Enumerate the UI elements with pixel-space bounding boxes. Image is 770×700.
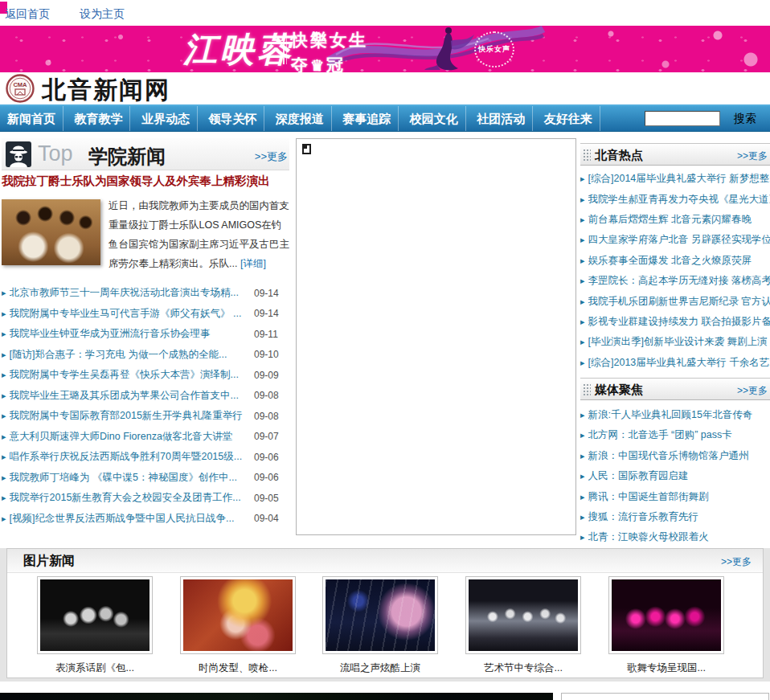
news-link[interactable]: 北京市教师节三十一周年庆祝活动北音演出专场精...: [10, 286, 248, 300]
news-link[interactable]: 李罡院长：高起本学历无缝对接 落榜高考: [588, 274, 770, 288]
bullet-arrow-icon: ▸: [580, 174, 585, 184]
news-link[interactable]: 北方网：北音选手 “团购” pass卡: [588, 428, 770, 442]
news-link[interactable]: 人民：国际教育园启建: [588, 469, 770, 483]
news-link[interactable]: 我院附属中专国际教育部2015新生开学典礼隆重举行: [10, 409, 248, 423]
dots-pattern-icon: [583, 149, 591, 161]
bottom-banner-image[interactable]: [0, 693, 553, 700]
photo-thumbnail[interactable]: [37, 576, 153, 654]
news-link[interactable]: 唱作系举行庆祝反法西斯战争胜利70周年暨2015级...: [10, 450, 248, 464]
news-link[interactable]: 新浪:千人毕业典礼回顾15年北音传奇: [588, 408, 770, 422]
bullet-arrow-icon: ▸: [2, 432, 6, 442]
list-item: ▸新浪：中国现代音乐博物馆落户通州: [580, 446, 770, 466]
set-homepage-link[interactable]: 设为主页: [80, 7, 125, 22]
search-input[interactable]: [645, 111, 720, 126]
site-title: 北音新闻网: [42, 74, 170, 107]
news-link[interactable]: 影视专业群建设持续发力 联合拍摄影片备受期待: [588, 315, 770, 329]
news-link[interactable]: 我院毕业生钟亚华成为亚洲流行音乐协会理事: [10, 327, 248, 341]
news-link[interactable]: 我院举行2015新生教育大会之校园安全及团青工作...: [10, 491, 248, 505]
bullet-arrow-icon: ▸: [2, 493, 6, 503]
bullet-arrow-icon: ▸: [580, 256, 585, 266]
news-link[interactable]: [视频]纪念世界反法西斯战争暨中国人民抗日战争...: [10, 512, 248, 526]
main-navigation: 新闻首页 教育教学 业界动态 领导关怀 深度报道 赛事追踪 校园文化 社团活动 …: [0, 104, 770, 132]
news-link[interactable]: 我院附属中专毕业生马可代言手游《师父有妖气》 ...: [10, 307, 248, 321]
broken-image-icon: [302, 144, 311, 154]
featured-photo[interactable]: [2, 199, 100, 265]
list-item: ▸意大利贝斯速弹大师Dino Fiorenza做客北音大讲堂09-07: [2, 427, 289, 448]
news-link[interactable]: [综合]2013届毕业典礼盛大举行 千余名艺术学子: [588, 356, 770, 370]
photo-caption[interactable]: 表演系话剧《包...: [31, 661, 159, 675]
news-link[interactable]: 前台幕后熠熠生辉 北音元素闪耀春晚: [588, 213, 770, 227]
news-date: 09-11: [254, 329, 289, 340]
nav-item-home[interactable]: 新闻首页: [0, 106, 63, 131]
news-link[interactable]: [随访]郑合惠子：学习充电 为做一个成熟的全能...: [10, 348, 248, 362]
news-link[interactable]: 娱乐赛事全面爆发 北音之火燎原荧屏: [588, 254, 770, 268]
news-link[interactable]: [综合]2014届毕业典礼盛大举行 新梦想整装待发: [588, 172, 770, 186]
news-link[interactable]: 新浪：中国现代音乐博物馆落户通州: [588, 449, 770, 463]
photo-thumbnail[interactable]: [322, 576, 438, 654]
photo-caption[interactable]: 流唱之声炫酷上演: [316, 661, 444, 675]
back-home-link[interactable]: 返回首页: [5, 7, 50, 22]
promo-banner[interactable]: 江映蓉 ♥ 快樂女生 夺♛冠 快乐女声: [0, 26, 770, 72]
nav-item-campus-culture[interactable]: 校园文化: [403, 106, 466, 131]
thumbnail-image: [469, 579, 578, 651]
svg-text:CMA: CMA: [13, 81, 27, 88]
news-link[interactable]: 四大皇家学府落户北音 另辟蹊径实现学位: [588, 233, 770, 247]
featured-headline[interactable]: 我院拉丁爵士乐队为国家领导人及外宾奉上精彩演出: [2, 174, 289, 189]
news-link[interactable]: 意大利贝斯速弹大师Dino Fiorenza做客北音大讲堂: [10, 430, 248, 444]
news-link[interactable]: 腾讯：中国诞生首部街舞剧: [588, 490, 770, 504]
photo-thumbnail[interactable]: [608, 576, 724, 654]
photo-thumbnail[interactable]: [465, 576, 581, 654]
masthead[interactable]: CMA 北音新闻网: [0, 72, 770, 104]
nav-item-clubs[interactable]: 社团活动: [469, 106, 533, 131]
bullet-arrow-icon: ▸: [2, 411, 6, 421]
search-button[interactable]: 搜索: [734, 112, 756, 126]
reporter-icon: [6, 141, 31, 167]
list-item: ▸北方网：北音选手 “团购” pass卡: [580, 425, 770, 445]
news-link[interactable]: 我院教师丁培峰为 《碟中谍5：神秘国度》创作中...: [10, 471, 248, 485]
news-link[interactable]: [毕业演出季]创新毕业设计来袭 舞剧上演: [588, 335, 770, 349]
banner-woman-figure: [424, 27, 476, 72]
thumbnail-image: [612, 579, 721, 651]
college-news-more-link[interactable]: >>更多: [255, 149, 288, 164]
college-news-list: ▸北京市教师节三十一周年庆祝活动北音演出专场精...09-14 ▸我院附属中专毕…: [2, 283, 289, 529]
news-date: 09-14: [254, 308, 289, 319]
photo-news-title: 图片新闻: [23, 553, 75, 570]
thumbnail-image: [326, 579, 435, 651]
photo-caption[interactable]: 艺术节中专综合...: [459, 661, 588, 675]
page: 返回首页 设为主页 江映蓉 ♥ 快樂女生 夺♛冠 快乐女声 CMA: [0, 0, 770, 700]
bullet-arrow-icon: ▸: [2, 329, 6, 339]
news-link[interactable]: 我院手机乐团刷新世界吉尼斯纪录 官方认证: [588, 295, 770, 309]
photo-caption[interactable]: 时尚发型、喷枪...: [174, 661, 302, 675]
section-title: 学院新闻: [88, 144, 166, 170]
dots-pattern-icon: [583, 383, 591, 395]
banner-badge-text: 快乐女声: [478, 44, 510, 55]
list-item: ▸[综合]2014届毕业典礼盛大举行 新梦想整装待发: [580, 169, 770, 189]
list-item: ▸搜狐：流行音乐教育先行: [580, 507, 770, 527]
media-focus-more-link[interactable]: >>更多: [737, 384, 768, 398]
nav-item-indepth[interactable]: 深度报道: [268, 106, 332, 131]
news-link[interactable]: 我院附属中专学生吴磊再登《快乐大本营》演绎制...: [10, 368, 248, 382]
news-link[interactable]: 北青：江映蓉火母校跟着火: [588, 530, 770, 544]
list-item: ▸北青：江映蓉火母校跟着火: [580, 527, 770, 547]
news-date: 09-14: [254, 288, 289, 299]
list-item: ▸唱作系举行庆祝反法西斯战争胜利70周年暨2015级...09-06: [2, 447, 289, 468]
nav-item-exchange[interactable]: 友好往来: [537, 106, 600, 131]
nav-item-competitions[interactable]: 赛事追踪: [335, 106, 399, 131]
news-date: 09-05: [254, 493, 289, 504]
bullet-arrow-icon: ▸: [580, 471, 585, 481]
nav-item-leadership[interactable]: 领导关怀: [201, 106, 264, 131]
detail-link[interactable]: [详细]: [240, 258, 266, 269]
list-item: ▸我院手机乐团刷新世界吉尼斯纪录 官方认证: [580, 291, 770, 311]
news-link[interactable]: 我院毕业生王璐及其乐团成为苹果公司合作首支中...: [10, 389, 248, 403]
bullet-arrow-icon: ▸: [2, 514, 6, 524]
nav-item-industry[interactable]: 业界动态: [134, 106, 198, 131]
news-link[interactable]: 搜狐：流行音乐教育先行: [588, 510, 770, 524]
hot-news-more-link[interactable]: >>更多: [737, 149, 768, 163]
news-link[interactable]: 我院学生郝亚青再发力夺央视《星光大道》: [588, 193, 770, 207]
photo-news-more-link[interactable]: >>更多: [721, 555, 752, 569]
nav-item-education[interactable]: 教育教学: [67, 106, 130, 131]
list-item: ▸李罡院长：高起本学历无缝对接 落榜高考: [580, 271, 770, 291]
news-date: 09-07: [254, 431, 289, 442]
photo-thumbnail[interactable]: [180, 576, 296, 654]
photo-caption[interactable]: 歌舞专场呈现国...: [602, 661, 731, 675]
